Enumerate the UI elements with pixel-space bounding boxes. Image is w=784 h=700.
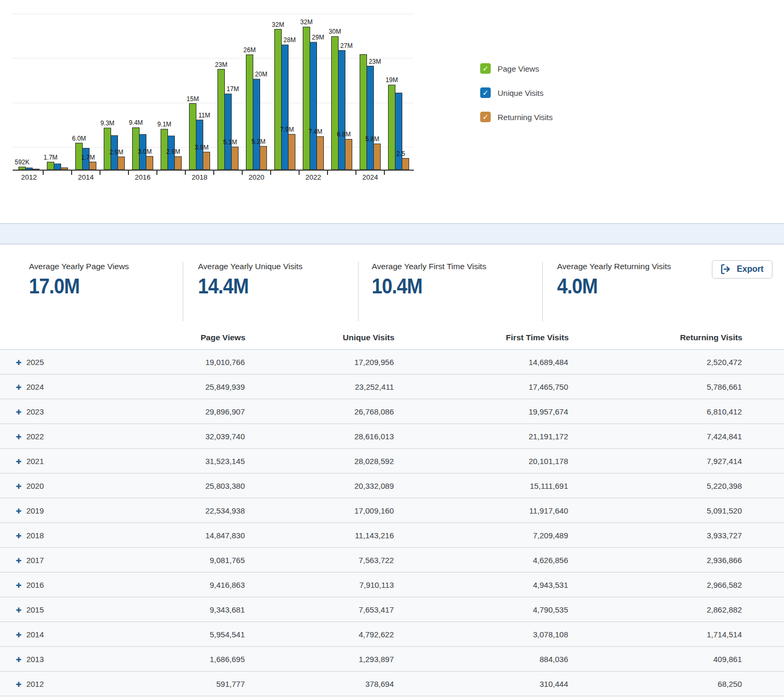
cell-unique-visits: 7,563,722 xyxy=(245,548,394,573)
summary-stats: Average Yearly Page Views 17.0M Average … xyxy=(0,244,784,321)
expand-row-icon[interactable]: ✚ xyxy=(16,631,22,639)
bar-page-views-2013 xyxy=(47,162,54,170)
legend-item-returning-visits[interactable]: ✓ Returning Visits xyxy=(480,112,553,122)
stat-value: 14.4M xyxy=(198,274,339,299)
expand-row-icon[interactable]: ✚ xyxy=(16,482,22,490)
cell-returning-visits: 7,927,414 xyxy=(569,449,742,474)
bar-value-label: 5.1M xyxy=(223,139,237,146)
expand-row-icon[interactable]: ✚ xyxy=(16,433,22,441)
expand-row-icon[interactable]: ✚ xyxy=(16,359,22,367)
cell-unique-visits: 11,143,216 xyxy=(245,523,394,548)
table-row: ✚20159,343,6817,653,4174,790,5352,862,88… xyxy=(0,597,784,622)
bar-unique-visits-2024 xyxy=(367,66,374,170)
expand-row-icon[interactable]: ✚ xyxy=(16,383,22,391)
bar-value-label: 15M xyxy=(186,95,199,103)
bar-unique-visits-2023 xyxy=(339,51,345,170)
legend-item-page-views[interactable]: ✓ Page Views xyxy=(480,63,553,74)
bar-returning-visits-2019 xyxy=(232,147,239,170)
cell-first-time-visits: 4,790,535 xyxy=(394,597,569,622)
cell-page-views: 14,847,830 xyxy=(74,523,245,548)
cell-page-views: 31,523,145 xyxy=(74,449,245,474)
year-cell: ✚2022 xyxy=(0,424,74,449)
expand-row-icon[interactable]: ✚ xyxy=(16,581,22,589)
year-label: 2025 xyxy=(26,358,44,367)
cell-page-views: 1,686,695 xyxy=(74,647,245,672)
expand-row-icon[interactable]: ✚ xyxy=(16,557,22,565)
stat-value: 4.0M xyxy=(557,274,692,299)
year-label: 2023 xyxy=(26,407,44,416)
bar-returning-visits-2014 xyxy=(90,162,96,170)
cell-first-time-visits: 4,626,856 xyxy=(394,548,569,573)
bar-returning-visits-2025 xyxy=(402,159,409,170)
bar-value-label: 32M xyxy=(300,18,312,26)
bar-page-views-2023 xyxy=(332,36,339,170)
column-header-returning-visits: Returning Visits xyxy=(569,329,742,350)
cell-unique-visits: 26,768,086 xyxy=(245,399,394,424)
bar-page-views-2024 xyxy=(360,55,367,170)
bar-value-label: 19M xyxy=(385,76,398,84)
export-button[interactable]: Export xyxy=(712,260,772,279)
bar-value-label: 2.9M xyxy=(166,148,181,155)
table-row: ✚20179,081,7657,563,7224,626,8562,936,86… xyxy=(0,548,784,573)
bar-unique-visits-2019 xyxy=(225,94,232,170)
column-header-first-time-visits: First Time Visits xyxy=(394,329,569,350)
cell-page-views: 5,954,541 xyxy=(74,622,245,647)
cell-returning-visits: 6,810,412 xyxy=(569,399,742,424)
stat-value: 10.4M xyxy=(372,274,522,299)
expand-row-icon[interactable]: ✚ xyxy=(16,408,22,416)
cell-unique-visits: 23,252,411 xyxy=(245,374,394,399)
stat-avg-first-time-visits: Average Yearly First Time Visits 10.4M xyxy=(358,262,542,321)
year-label: 2018 xyxy=(26,531,44,540)
bar-returning-visits-2023 xyxy=(345,139,352,170)
cell-unique-visits: 17,209,956 xyxy=(245,350,394,374)
export-button-label: Export xyxy=(737,264,763,274)
bar-page-views-2012 xyxy=(19,167,26,170)
bar-value-label: 7.9M xyxy=(280,126,294,133)
bar-page-views-2020 xyxy=(246,55,253,170)
cell-page-views: 9,081,765 xyxy=(74,548,245,573)
bar-value-label: 17M xyxy=(226,85,239,93)
stat-label: Average Yearly Page Views xyxy=(29,262,183,271)
cell-page-views: 591,777 xyxy=(74,672,245,696)
stat-label: Average Yearly Returning Visits xyxy=(557,262,711,271)
bar-returning-visits-2022 xyxy=(317,136,324,170)
expand-row-icon[interactable]: ✚ xyxy=(16,681,22,688)
legend-label: Returning Visits xyxy=(498,113,553,122)
expand-row-icon[interactable]: ✚ xyxy=(16,458,22,466)
cell-unique-visits: 28,028,592 xyxy=(245,449,394,474)
checkbox-checked-icon[interactable]: ✓ xyxy=(480,112,491,122)
cell-page-views: 22,534,938 xyxy=(74,498,245,523)
stat-label: Average Yearly Unique Visits xyxy=(198,262,358,271)
cell-page-views: 29,896,907 xyxy=(74,399,245,424)
total-label: Total xyxy=(0,696,74,700)
table-row: ✚202232,039,74028,616,01321,191,1727,424… xyxy=(0,424,784,449)
legend-item-unique-visits[interactable]: ✓ Unique Visits xyxy=(480,87,553,98)
export-icon xyxy=(720,263,731,275)
bar-value-label: 6.8M xyxy=(337,131,351,138)
year-cell: ✚2023 xyxy=(0,399,74,424)
expand-row-icon[interactable]: ✚ xyxy=(16,606,22,614)
checkbox-checked-icon[interactable]: ✓ xyxy=(480,87,491,98)
x-axis-label: 2024 xyxy=(362,173,379,181)
bar-page-views-2019 xyxy=(218,70,225,170)
cell-unique-visits: 28,616,013 xyxy=(245,424,394,449)
cell-returning-visits: 68,250 xyxy=(569,672,742,696)
year-cell: ✚2017 xyxy=(0,548,74,573)
bar-value-label: 592K xyxy=(15,159,29,166)
bar-value-label: 2.9M xyxy=(110,149,124,156)
cell-page-views: 25,849,939 xyxy=(74,374,245,399)
expand-row-icon[interactable]: ✚ xyxy=(16,656,22,664)
expand-row-icon[interactable]: ✚ xyxy=(16,532,22,540)
year-cell: ✚2019 xyxy=(0,498,74,523)
bar-returning-visits-2024 xyxy=(374,144,381,170)
x-axis-label: 2014 xyxy=(78,173,94,181)
table-row: ✚202519,010,76617,209,95614,689,4842,520… xyxy=(0,350,784,374)
cell-returning-visits: 5,220,398 xyxy=(569,474,742,498)
cell-first-time-visits: 11,917,640 xyxy=(394,498,569,523)
expand-row-icon[interactable]: ✚ xyxy=(16,507,22,515)
year-cell: ✚2015 xyxy=(0,597,74,622)
x-axis-label: 2016 xyxy=(135,173,151,181)
checkbox-checked-icon[interactable]: ✓ xyxy=(480,63,491,74)
year-cell: ✚2013 xyxy=(0,647,74,672)
table-row: ✚20131,686,6951,293,897884,036409,861 xyxy=(0,647,784,672)
